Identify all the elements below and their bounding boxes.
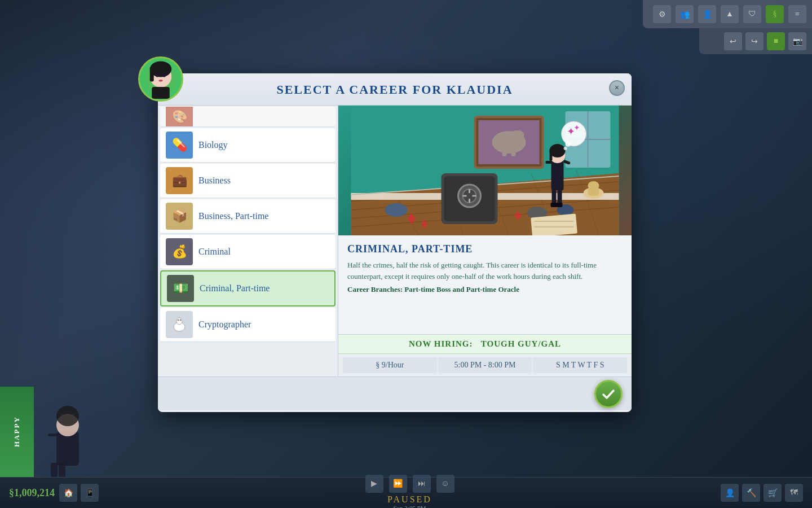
money-display: §1,009,214 [9, 487, 55, 499]
svg-point-66 [566, 141, 571, 147]
career-name-criminal: Criminal [198, 247, 231, 257]
hud-up-icon[interactable]: ▲ [721, 5, 739, 23]
svg-rect-70 [56, 432, 79, 466]
bottom-center: ▶ ⏩ ⏭ ☺ Paused Sun 3:05 PM [365, 475, 454, 509]
sim-icon[interactable]: ☺ [436, 475, 454, 493]
build-mode-icon[interactable]: 🔨 [742, 484, 760, 502]
career-icon-business: 💼 [166, 167, 193, 194]
svg-point-12 [180, 319, 182, 321]
svg-rect-2 [150, 67, 154, 81]
career-name-biology: Biology [198, 140, 228, 150]
buy-mode-icon[interactable]: 🛒 [764, 484, 782, 502]
svg-rect-55 [551, 159, 564, 190]
svg-rect-73 [48, 433, 57, 436]
mood-label: HAPPY [12, 417, 21, 448]
modal-title: Select a Career for Klaudia [169, 82, 620, 97]
career-modal: Select a Career for Klaudia × 🎨 💊 Biolog… [158, 73, 632, 412]
svg-text:✦: ✦ [573, 124, 580, 132]
svg-rect-74 [51, 463, 58, 477]
svg-rect-58 [550, 150, 553, 161]
modal-header: Select a Career for Klaudia × [158, 73, 632, 106]
svg-point-5 [155, 73, 159, 76]
list-item-criminal[interactable]: 💰 Criminal [160, 235, 336, 269]
confirm-button[interactable] [594, 380, 623, 408]
sim-portrait-icon[interactable]: 👤 [721, 484, 739, 502]
modal-footer [158, 376, 632, 410]
list-item-business-parttime[interactable]: 📦 Business, Part-time [160, 199, 336, 234]
svg-point-51 [511, 130, 524, 139]
career-name-cryptographer: Cryptographer [198, 319, 251, 330]
career-detail-panel: ✦ ✦ Criminal, Part-time Half the crimes,… [338, 106, 632, 376]
hud-forward-icon[interactable]: ↪ [745, 32, 764, 50]
svg-point-10 [176, 318, 182, 325]
bottom-hud: §1,009,214 🏠 📱 ▶ ⏩ ⏭ ☺ Paused Sun 3:05 P… [0, 477, 812, 508]
svg-point-37 [385, 203, 408, 217]
schedule-display: 5:00 PM - 8:00 PM [438, 357, 532, 373]
svg-point-45 [588, 181, 599, 190]
hud-green-icon[interactable]: ■ [767, 32, 785, 50]
list-item[interactable]: 🎨 [160, 107, 336, 127]
career-name-criminal-parttime: Criminal, Part-time [200, 283, 270, 294]
hud-profile-icon[interactable]: 👤 [698, 5, 716, 23]
hud-menu-icon[interactable]: ≡ [788, 5, 806, 23]
list-item-cryptographer[interactable]: Cryptographer [160, 308, 336, 342]
career-icon-business-parttime: 📦 [166, 203, 193, 230]
top-hud: ⚙ 👥 👤 ▲ 🛡 § ≡ [643, 0, 812, 28]
career-list: 🎨 💊 Biology 💼 Business 📦 Business, Part-… [158, 106, 338, 376]
time-display: Sun 3:05 PM [365, 505, 454, 509]
ultra-speed-icon[interactable]: ⏭ [413, 475, 431, 493]
close-button[interactable]: × [609, 80, 625, 96]
now-hiring-label: Now Hiring: [409, 339, 473, 348]
svg-point-7 [159, 80, 163, 82]
career-description: Half the crimes, half the risk of gettin… [347, 260, 623, 282]
fast-forward-icon[interactable]: ⏩ [389, 475, 407, 493]
career-name-business: Business [198, 176, 231, 186]
svg-point-67 [564, 147, 567, 150]
svg-rect-75 [59, 463, 65, 477]
svg-point-11 [178, 319, 179, 321]
bottom-character [34, 387, 102, 477]
svg-rect-50 [511, 146, 516, 156]
svg-point-72 [56, 406, 79, 426]
paused-text: Paused [365, 494, 454, 505]
list-item-criminal-parttime[interactable]: 💵 Criminal, Part-time [160, 270, 336, 306]
hud-money-icon[interactable]: § [766, 5, 784, 23]
hud-back-icon[interactable]: ↩ [724, 32, 742, 50]
hud-shield-icon[interactable]: 🛡 [743, 5, 761, 23]
bottom-icons: 🏠 📱 [59, 484, 99, 502]
career-branches: Career Branches: Part-time Boss and Part… [347, 285, 623, 294]
career-icon: 🎨 [166, 107, 193, 127]
svg-rect-63 [551, 203, 557, 207]
list-item-business[interactable]: 💼 Business [160, 164, 336, 198]
career-icon-biology: 💊 [166, 132, 193, 159]
career-detail-title: Criminal, Part-time [347, 243, 623, 255]
second-hud-row: ↩ ↪ ■ 📷 [699, 28, 812, 54]
modal-body: 🎨 💊 Biology 💼 Business 📦 Business, Part-… [158, 106, 632, 376]
svg-rect-8 [152, 87, 170, 99]
career-info: Criminal, Part-time Half the crimes, hal… [338, 235, 632, 334]
career-icon-cryptographer [166, 311, 193, 338]
svg-point-6 [162, 73, 166, 76]
bottom-icon-home[interactable]: 🏠 [59, 484, 77, 502]
map-icon[interactable]: 🗺 [785, 484, 803, 502]
hud-camera-icon[interactable]: 📷 [788, 32, 806, 50]
svg-rect-59 [546, 161, 553, 164]
hud-tools-icon[interactable]: ⚙ [653, 5, 671, 23]
play-icon[interactable]: ▶ [365, 475, 383, 493]
svg-rect-49 [502, 146, 507, 156]
career-icon-criminal: 💰 [166, 238, 193, 265]
hiring-section: Now Hiring: Tough Guy/Gal § 9/Hour 5:00 … [338, 334, 632, 376]
list-item-biology[interactable]: 💊 Biology [160, 128, 336, 163]
now-hiring-bar: Now Hiring: Tough Guy/Gal [338, 335, 632, 354]
career-icon-criminal-parttime: 💵 [167, 275, 194, 302]
wage-display: § 9/Hour [343, 357, 437, 373]
svg-rect-64 [557, 203, 563, 207]
hud-community-icon[interactable]: 👥 [676, 5, 694, 23]
hiring-details: § 9/Hour 5:00 PM - 8:00 PM S M T W T F S [338, 354, 632, 376]
now-hiring-role: Tough Guy/Gal [481, 339, 561, 348]
bottom-left: §1,009,214 🏠 📱 [9, 484, 99, 502]
character-avatar [138, 56, 183, 102]
bottom-right: 👤 🔨 🛒 🗺 [721, 484, 803, 502]
bottom-icon-phone[interactable]: 📱 [81, 484, 99, 502]
career-image: ✦ ✦ [338, 106, 632, 235]
